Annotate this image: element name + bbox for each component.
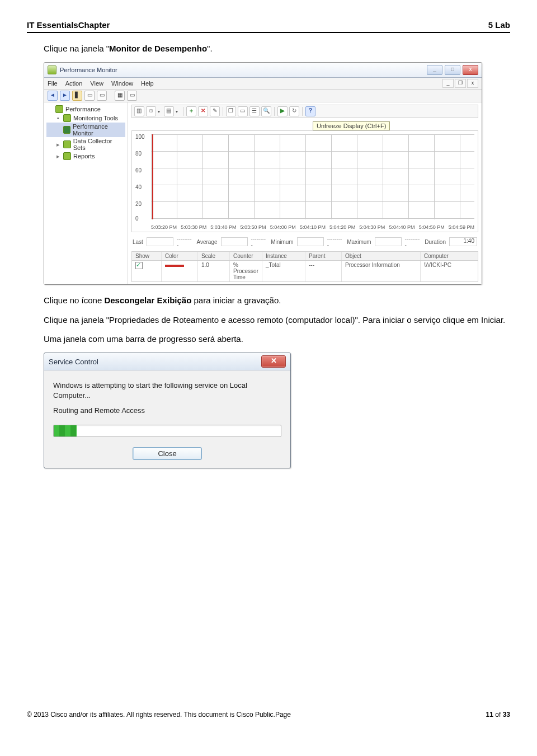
perf-icon (55, 105, 63, 113)
close-button[interactable]: x (463, 65, 478, 75)
perfmon-chart[interactable]: 100 80 60 40 20 0 5:03:20 PM5:03:30 PM 5… (131, 130, 478, 232)
add-counter-icon[interactable]: ＋ (186, 106, 196, 116)
zoom-icon[interactable]: 🔍 (261, 106, 271, 116)
view-chart-icon[interactable]: ▥ (134, 106, 144, 116)
service-control-dialog: Service Control ✕ Windows is attempting … (44, 353, 291, 468)
service-control-service-name: Routing and Remote Access (53, 406, 281, 416)
nav-back-icon[interactable]: ◄ (48, 91, 58, 101)
tree-node-performance-monitor[interactable]: Performance Monitor (46, 123, 125, 137)
monitor-icon (63, 126, 70, 134)
service-control-title: Service Control (49, 358, 261, 366)
perfmon-titlebar[interactable]: Performance Monitor _ □ x (44, 63, 482, 78)
service-control-message: Windows is attempting to start the follo… (53, 381, 281, 400)
perfmon-window: Performance Monitor _ □ x File Action Vi… (44, 62, 482, 285)
paragraph-3: Clique na janela "Propriedades de Roteam… (44, 314, 510, 326)
progress-bar-fill (54, 425, 77, 436)
show-checkbox[interactable] (135, 262, 143, 269)
delete-counter-icon[interactable]: ✕ (198, 106, 208, 116)
time-cursor (152, 134, 153, 219)
close-button[interactable]: ✕ (261, 355, 286, 368)
perfmon-app-icon (48, 65, 56, 74)
toolbar-icon[interactable]: ▭ (84, 91, 95, 101)
toolbar-icon[interactable]: ▭ (97, 91, 107, 101)
perfmon-menubar: File Action View Window Help _ ❐ x (44, 78, 482, 90)
chart-stats: Last --------- Average --------- Minimum… (131, 234, 478, 249)
mdi-restore[interactable]: ❐ (455, 79, 466, 88)
paragraph-1: Clique na janela "Monitor de Desempenho"… (44, 43, 510, 54)
properties-icon[interactable]: ▦ (115, 91, 125, 101)
update-data-icon[interactable]: ↻ (289, 106, 299, 116)
x-axis: 5:03:20 PM5:03:30 PM 5:03:40 PM5:03:50 P… (151, 224, 474, 230)
view-report-icon[interactable]: ▤ (164, 106, 174, 116)
perfmon-title: Performance Monitor (60, 67, 427, 73)
figure-performance-monitor: Performance Monitor _ □ x File Action Vi… (44, 62, 510, 285)
menu-help[interactable]: Help (141, 80, 154, 87)
folder-icon (63, 114, 71, 122)
page-footer: © 2013 Cisco and/or its affiliates. All … (27, 711, 510, 719)
header-rule (27, 32, 510, 33)
menu-file[interactable]: File (48, 80, 58, 87)
paragraph-4: Uma janela com uma barra de progresso se… (44, 334, 510, 345)
copy-icon[interactable]: ❐ (226, 106, 236, 116)
service-control-titlebar[interactable]: Service Control ✕ (44, 353, 290, 370)
nav-forward-icon[interactable]: ► (60, 91, 70, 101)
tree-node-monitoring-tools[interactable]: ▪ Monitoring Tools (46, 114, 125, 123)
minimize-button[interactable]: _ (427, 65, 442, 75)
tree-node-reports[interactable]: ▸ Reports (46, 152, 125, 161)
perfmon-toolbar: ◄ ► ▋ ▭ ▭ ▦ ▭ (44, 90, 482, 102)
show-hide-tree-icon[interactable]: ▋ (72, 91, 82, 101)
mdi-minimize[interactable]: _ (442, 79, 454, 88)
footer-copyright: © 2013 Cisco and/or its affiliates. All … (27, 711, 291, 719)
counter-table: Show Color Scale Counter Instance Parent… (131, 251, 478, 282)
color-swatch (165, 265, 184, 267)
close-dialog-button[interactable]: Close (133, 447, 202, 460)
highlight-icon[interactable]: ✎ (210, 106, 220, 116)
mdi-close[interactable]: x (467, 79, 478, 88)
header-left: IT EssentialsChapter (27, 20, 110, 30)
properties-icon[interactable]: ☰ (249, 106, 260, 116)
unfreeze-display-icon[interactable]: ▶ (277, 106, 288, 116)
page-header: IT EssentialsChapter 5 Lab (27, 20, 510, 31)
help-icon[interactable]: ? (305, 106, 315, 116)
footer-page-number: 11 of 33 (486, 711, 510, 719)
menu-window[interactable]: Window (111, 80, 133, 87)
menu-view[interactable]: View (90, 80, 103, 87)
view-histogram-icon[interactable]: ⎅ (146, 106, 156, 116)
chart-toolbar: ▥ ⎅▾ ▤▾ ＋ ✕ ✎ ❐ ▭ ☰ 🔍 (131, 105, 478, 118)
progress-bar (53, 425, 281, 437)
maximize-button[interactable]: □ (445, 65, 460, 75)
table-row[interactable]: 1.0 % Processor Time _Total --- Processo… (132, 261, 478, 281)
header-right: 5 Lab (488, 20, 510, 30)
tree-node-data-collector-sets[interactable]: ▸ Data Collector Sets (46, 137, 125, 152)
paragraph-2: Clique no ícone Descongelar Exibição par… (44, 295, 510, 306)
tooltip-unfreeze: Unfreeze Display (Ctrl+F) (313, 121, 390, 130)
folder-icon (63, 152, 71, 160)
perfmon-tree: Performance ▪ Monitoring Tools Performan… (44, 102, 128, 284)
menu-action[interactable]: Action (65, 80, 83, 87)
tree-node-performance[interactable]: Performance (46, 105, 125, 114)
figure-service-control: Service Control ✕ Windows is attempting … (44, 353, 510, 468)
paste-icon[interactable]: ▭ (238, 106, 248, 116)
toolbar-icon[interactable]: ▭ (127, 91, 137, 101)
folder-icon (63, 140, 71, 148)
